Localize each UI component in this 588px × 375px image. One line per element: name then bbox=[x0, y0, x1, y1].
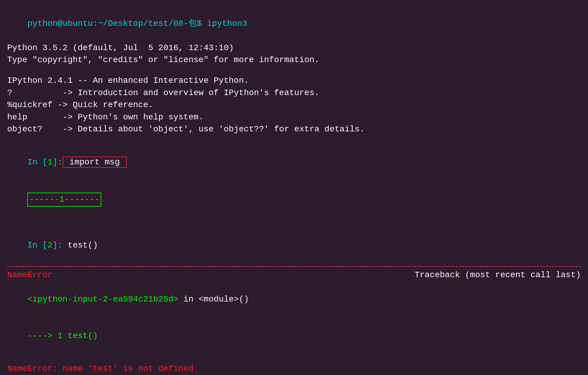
ipython-object: object? -> Details about 'object', use '… bbox=[7, 123, 581, 136]
ipython-helptext: help -> Python's own help system. bbox=[7, 111, 581, 124]
in1-code: import msg bbox=[63, 157, 127, 168]
arrow-text: ----> 1 test() bbox=[27, 331, 98, 340]
python-license: Type "copyright", "credits" or "license"… bbox=[7, 54, 581, 66]
terminal: python@ubuntu:~/Desktop/test/08-包$ ipyth… bbox=[7, 5, 581, 375]
in2-line: In [2]: test() bbox=[7, 227, 581, 264]
error-separator bbox=[7, 266, 581, 267]
ipython-quickref: %quickref -> Quick reference. bbox=[7, 99, 581, 111]
out1-line: ------1------- bbox=[7, 181, 581, 219]
ipython-version: IPython 2.4.1 -- An enhanced Interactive… bbox=[7, 75, 581, 87]
nameerror-msg: NameError: name 'test' is not defined bbox=[7, 363, 581, 375]
prompt-line: python@ubuntu:~/Desktop/test/08-包$ ipyth… bbox=[7, 5, 581, 42]
in1-prompt: In [ bbox=[27, 158, 47, 167]
in2-number: 2 bbox=[47, 241, 52, 250]
in1-line: In [1]: import msg bbox=[7, 144, 581, 181]
arrow-line: ----> 1 test() bbox=[7, 318, 581, 355]
ipython-help: ? -> Introduction and overview of IPytho… bbox=[7, 87, 581, 99]
ipython-input-file: <ipython-input-2-ea594c21b25d> bbox=[27, 295, 178, 304]
in1-close: ]: bbox=[52, 158, 63, 167]
in2-close: ]: bbox=[52, 241, 63, 250]
in-module: in <module>() bbox=[178, 295, 249, 304]
python-version: Python 3.5.2 (default, Jul 5 2016, 12:43… bbox=[7, 42, 581, 54]
nameerror-traceback: NameError Traceback (most recent call la… bbox=[7, 269, 581, 281]
in1-number: 1 bbox=[47, 158, 52, 167]
in2-prompt: In [ bbox=[27, 241, 47, 250]
user-host: python@ubuntu:~/Desktop/test/08-包$ ipyth… bbox=[27, 19, 247, 28]
ipython-input-line: <ipython-input-2-ea594c21b25d> in <modul… bbox=[7, 281, 581, 318]
in2-code: test() bbox=[63, 241, 98, 250]
out1-text: ------1------- bbox=[27, 193, 101, 207]
nameerror-label: NameError bbox=[7, 269, 52, 281]
traceback-label: Traceback (most recent call last) bbox=[415, 269, 581, 281]
